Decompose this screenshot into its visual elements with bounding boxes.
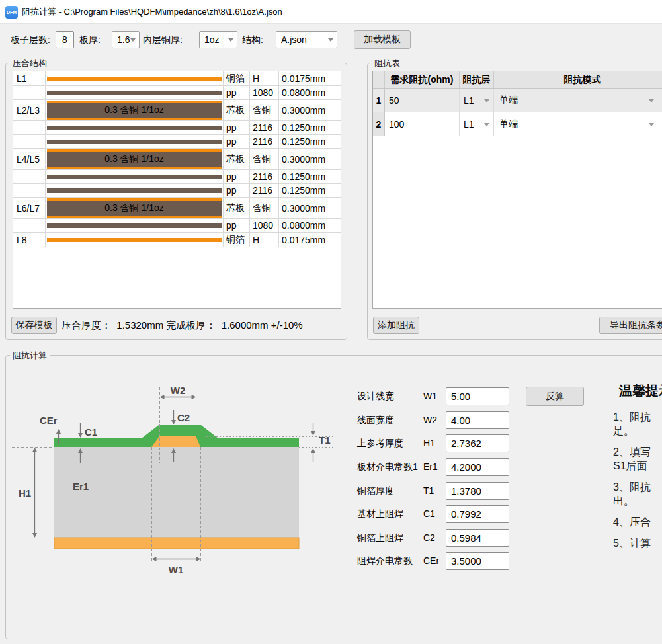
impedance-row[interactable]: 2 100 L1 单端	[373, 112, 662, 136]
field-code: C1	[423, 508, 435, 519]
field-code: W1	[423, 391, 437, 401]
inner-copper-value: 1oz	[204, 34, 220, 45]
diagram-label-w2: W2	[171, 385, 186, 396]
field-code: C2	[423, 532, 435, 543]
field-label: 阻焊介电常数	[357, 555, 413, 567]
stackup-row: L6/L7 0.3 含铜 1/1oz 芯板 含铜 0.3000mm	[13, 198, 341, 219]
impedance-panel-title: 阻抗表	[372, 58, 403, 69]
diagram-label-t1: T1	[319, 434, 331, 446]
save-template-button[interactable]: 保存模板	[11, 317, 57, 334]
field-row: 线面宽度 W2	[357, 411, 575, 429]
tip-item: 1、阻抗 足。	[613, 410, 662, 438]
copper-foil-bar	[47, 77, 222, 81]
diagram-label-c2: C2	[177, 412, 190, 423]
board-layers-input[interactable]	[56, 31, 74, 48]
w2-input[interactable]	[446, 411, 509, 429]
stackup-row: L4/L5 0.3 含铜 1/1oz 芯板 含铜 0.3000mm	[13, 149, 341, 170]
prepreg-bar	[47, 140, 222, 144]
app-icon: DFM	[5, 6, 18, 19]
prepreg-bar	[47, 223, 222, 228]
impedance-layer-cell[interactable]: L1	[460, 89, 494, 112]
structure-select[interactable]: A.json	[276, 31, 337, 48]
inner-copper-select[interactable]: 1oz	[199, 31, 237, 48]
impedance-layer-cell[interactable]: L1	[460, 112, 494, 136]
impedance-table: 需求阻抗(ohm) 阻抗层 阻抗模式 1 50 L1 单端 2 100	[372, 71, 662, 309]
er1-input[interactable]	[446, 458, 509, 476]
chevron-down-icon[interactable]	[649, 123, 654, 126]
impedance-mode-cell[interactable]: 单端	[494, 112, 662, 136]
reverse-calc-button[interactable]: 反算	[526, 387, 584, 406]
field-label: 上参考厚度	[357, 438, 403, 450]
board-thickness-value: 1.6	[117, 34, 130, 45]
calculation-panel: 阻抗计算	[5, 355, 662, 639]
cross-section-diagram: W2 C2 CEr C1 T1 H1 Er1 W1	[5, 355, 356, 583]
field-code: W2	[423, 415, 437, 425]
field-row: 基材上阻焊 C1	[357, 505, 575, 523]
field-row: 板材介电常数1 Er1	[357, 458, 575, 476]
stackup-row: L8 铜箔 H 0.0175mm	[13, 233, 341, 247]
prepreg-bar	[47, 126, 222, 130]
field-label: 设计线宽	[357, 391, 394, 403]
diagram-label-c1: C1	[85, 426, 97, 438]
stackup-panel-title: 压合结构	[10, 58, 50, 69]
stackup-table: L1 铜箔 H 0.0175mm pp 1080 0.0800mm L2/L3 …	[13, 71, 341, 309]
row-number: 1	[373, 89, 385, 112]
impedance-mode-cell[interactable]: 单端	[494, 89, 662, 112]
field-label: 基材上阻焊	[357, 508, 403, 520]
layer-value: L1	[464, 119, 474, 130]
chevron-down-icon	[130, 38, 136, 42]
tip-item: 5、计算	[613, 536, 662, 550]
stackup-row: pp 2116 0.1250mm	[13, 135, 341, 149]
stackup-row: pp 1080 0.0800mm	[13, 219, 341, 233]
field-label: 铜箔厚度	[357, 485, 394, 497]
mode-value: 单端	[499, 118, 518, 130]
chevron-down-icon[interactable]	[484, 123, 489, 126]
header-impedance-layer: 阻抗层	[460, 71, 494, 88]
field-row: 阻焊介电常数 CEr	[357, 552, 575, 570]
core-bar: 0.3 含铜 1/1oz	[47, 149, 222, 169]
stackup-row: pp 2116 0.1250mm	[13, 170, 341, 184]
stackup-row: pp 2116 0.1250mm	[13, 184, 341, 198]
stackup-row: L2/L3 0.3 含铜 1/1oz 芯板 含铜 0.3000mm	[13, 100, 341, 121]
cer-input[interactable]	[446, 552, 509, 570]
chevron-down-icon[interactable]	[649, 99, 654, 102]
core-bar: 0.3 含铜 1/1oz	[47, 101, 222, 120]
chevron-down-icon[interactable]	[484, 99, 489, 102]
field-label: 线面宽度	[357, 415, 394, 426]
diagram-label-w1: W1	[169, 564, 184, 575]
chevron-down-icon	[328, 38, 333, 42]
c1-input[interactable]	[446, 505, 509, 523]
t1-input[interactable]	[446, 482, 509, 500]
tip-item: 2、填写 S1后面	[613, 445, 662, 473]
diagram-label-h1: H1	[19, 487, 31, 499]
prepreg-bar	[47, 188, 222, 193]
prepreg-bar	[47, 91, 222, 95]
header-required-impedance: 需求阻抗(ohm)	[385, 71, 460, 88]
stackup-row: L1 铜箔 H 0.0175mm	[13, 71, 341, 86]
diagram-label-er1: Er1	[73, 481, 89, 492]
board-thickness-label: 板厚:	[79, 34, 101, 46]
c2-input[interactable]	[446, 529, 509, 547]
w1-input[interactable]	[446, 387, 509, 405]
field-label: 板材介电常数1	[357, 462, 418, 473]
impedance-row[interactable]: 1 50 L1 单端	[373, 89, 662, 112]
board-thickness-select[interactable]: 1.6	[112, 31, 140, 48]
impedance-value-cell[interactable]: 100	[385, 112, 460, 136]
mode-value: 单端	[499, 95, 518, 106]
load-template-button[interactable]: 加载模板	[354, 30, 411, 49]
structure-value: A.json	[281, 34, 307, 45]
window-title: 阻抗计算 - C:\Program Files\HQDFM\impedance\…	[22, 0, 282, 24]
impedance-panel: 阻抗表 需求阻抗(ohm) 阻抗层 阻抗模式 1 50 L1 单端	[367, 63, 662, 340]
field-row: 铜箔上阻焊 C2	[357, 529, 575, 547]
impedance-value-cell[interactable]: 50	[385, 89, 460, 112]
h1-input[interactable]	[446, 434, 509, 452]
app-window: DFM 阻抗计算 - C:\Program Files\HQDFM\impeda…	[0, 0, 662, 644]
add-impedance-button[interactable]: 添加阻抗	[373, 317, 419, 334]
impedance-table-header: 需求阻抗(ohm) 阻抗层 阻抗模式	[373, 71, 662, 89]
header-row-number	[373, 71, 385, 88]
title-bar: DFM 阻抗计算 - C:\Program Files\HQDFM\impeda…	[0, 0, 662, 24]
field-code: T1	[423, 485, 434, 496]
export-impedance-button[interactable]: 导出阻抗条参数	[599, 317, 662, 334]
stackup-row: pp 1080 0.0800mm	[13, 86, 341, 100]
tip-item: 3、阻抗 出。	[613, 480, 662, 508]
